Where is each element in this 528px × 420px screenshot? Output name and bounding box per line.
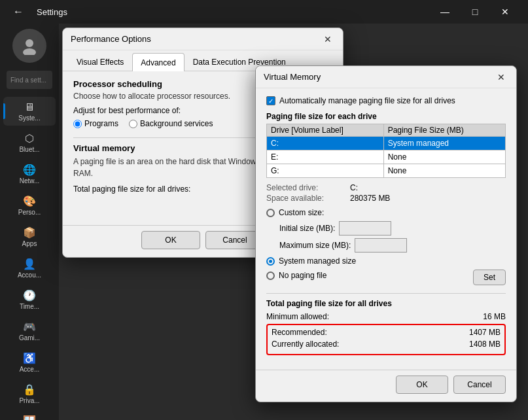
recommended-value: 1407 MB: [469, 328, 501, 337]
highlight-box: Recommended: 1407 MB Currently allocated…: [266, 324, 506, 355]
personalization-icon: 🎨: [23, 195, 36, 207]
maximum-size-row: Maximum size (MB):: [279, 238, 506, 253]
no-paging-option[interactable]: No paging file: [266, 271, 326, 280]
sidebar-label-network: Netw...: [20, 177, 40, 184]
drive-g: G:: [267, 164, 384, 178]
sidebar-label-accessibility: Acce...: [20, 366, 40, 373]
sidebar-label-gaming: Gami...: [19, 334, 40, 341]
size-c: System managed: [383, 137, 505, 150]
sidebar-label-personalization: Perso...: [18, 209, 41, 216]
size-options: Custom size: Initial size (MB): Maximum …: [266, 208, 506, 285]
drive-c: C:: [267, 137, 384, 150]
time-icon: 🕐: [23, 289, 36, 302]
sidebar-item-privacy[interactable]: 🔒 Priva...: [3, 379, 56, 408]
sidebar-item-apps[interactable]: 📦 Apps: [3, 222, 56, 251]
sidebar-item-accounts[interactable]: 👤 Accou...: [3, 254, 56, 283]
network-icon: 🌐: [23, 164, 36, 176]
sidebar-item-time[interactable]: 🕐 Time...: [3, 285, 56, 314]
apps-icon: 📦: [23, 226, 36, 239]
svg-point-1: [23, 48, 36, 55]
maximum-size-label: Maximum size (MB):: [279, 241, 351, 250]
sidebar-label-system: Syste...: [18, 114, 40, 122]
accessibility-icon: ♿: [23, 352, 36, 364]
minimum-label: Minimum allowed:: [266, 312, 329, 321]
back-button[interactable]: ←: [8, 1, 29, 22]
sidebar-item-personalization[interactable]: 🎨 Perso...: [3, 191, 56, 220]
table-row[interactable]: E: None: [267, 150, 506, 164]
sidebar-label-bluetooth: Bluet...: [19, 146, 39, 153]
sidebar-item-windows[interactable]: 🪟 Wind...: [3, 411, 56, 420]
sidebar-item-bluetooth[interactable]: ⬡ Bluet...: [3, 128, 56, 157]
sidebar-item-system[interactable]: 🖥 Syste...: [3, 97, 56, 126]
vm-dialog-body: ✓ Automatically manage paging file size …: [256, 88, 516, 364]
app-title: Settings: [37, 7, 67, 17]
perf-ok-button[interactable]: OK: [141, 231, 200, 249]
set-button[interactable]: Set: [473, 270, 506, 285]
title-bar-left: ← Settings: [8, 1, 67, 22]
auto-manage-checkbox[interactable]: ✓: [266, 96, 275, 105]
sidebar-item-gaming[interactable]: 🎮 Gami...: [3, 317, 56, 345]
space-available-label: Space available:: [266, 194, 345, 203]
selected-drive-row: Selected drive: C:: [266, 183, 506, 192]
custom-size-radio[interactable]: [266, 209, 275, 217]
system-managed-radio[interactable]: [266, 257, 275, 266]
vm-total-label: Total paging file size for all drives:: [73, 184, 190, 194]
paging-size-header: Paging File Size (MB): [383, 124, 505, 137]
bluetooth-icon: ⬡: [25, 132, 34, 145]
system-managed-label: System managed size: [279, 256, 356, 266]
sidebar: Find a sett... 🖥 Syste... ⬡ Bluet... 🌐 N…: [0, 24, 59, 420]
system-managed-option[interactable]: System managed size: [266, 256, 506, 266]
table-row[interactable]: C: System managed: [267, 137, 506, 150]
sidebar-label-time: Time...: [20, 303, 39, 310]
windows-icon: 🪟: [23, 415, 36, 420]
perf-dialog-title: Performance Options: [71, 34, 151, 44]
minimum-value: 16 MB: [483, 312, 506, 321]
drive-e: E:: [267, 150, 384, 164]
sidebar-label-apps: Apps: [22, 240, 37, 247]
auto-manage-label: Automatically manage paging file size fo…: [279, 96, 455, 105]
title-bar-controls: — □ ✕: [430, 0, 520, 24]
svg-point-0: [26, 39, 33, 47]
initial-size-label: Initial size (MB):: [279, 224, 335, 233]
bg-services-label: Background services: [140, 119, 213, 128]
space-available-value: 280375 MB: [350, 194, 390, 203]
minimize-button[interactable]: —: [430, 0, 460, 24]
tab-advanced[interactable]: Advanced: [132, 53, 184, 71]
initial-size-input[interactable]: [339, 221, 391, 236]
selected-drive-label: Selected drive:: [266, 183, 345, 192]
perf-dialog-title-bar: Performance Options ✕: [63, 28, 343, 50]
vm-dialog-close-button[interactable]: ✕: [494, 70, 508, 84]
sidebar-item-network[interactable]: 🌐 Netw...: [3, 160, 56, 188]
drives-table: Drive [Volume Label] Paging File Size (M…: [266, 124, 506, 178]
bg-services-radio[interactable]: Background services: [129, 119, 213, 128]
sidebar-label-privacy: Priva...: [19, 397, 39, 404]
initial-size-row: Initial size (MB):: [279, 221, 506, 236]
custom-size-option[interactable]: Custom size:: [266, 208, 506, 217]
search-field[interactable]: Find a sett...: [7, 71, 52, 89]
perf-dialog-close-button[interactable]: ✕: [321, 32, 335, 46]
programs-radio[interactable]: Programs: [73, 119, 118, 128]
currently-value: 1408 MB: [469, 340, 501, 349]
auto-manage-row[interactable]: ✓ Automatically manage paging file size …: [266, 96, 506, 105]
tab-visual-effects[interactable]: Visual Effects: [68, 53, 132, 71]
table-row[interactable]: G: None: [267, 164, 506, 178]
close-button[interactable]: ✕: [490, 0, 520, 24]
currently-label: Currently allocated:: [272, 340, 339, 349]
drive-header: Drive [Volume Label]: [267, 124, 384, 137]
size-e: None: [383, 150, 505, 164]
programs-label: Programs: [84, 119, 118, 128]
vm-cancel-button[interactable]: Cancel: [453, 376, 506, 394]
maximum-size-input[interactable]: [355, 238, 407, 253]
recommended-label: Recommended:: [272, 328, 327, 337]
no-paging-radio[interactable]: [266, 271, 275, 280]
vm-dialog-footer: OK Cancel: [256, 370, 516, 402]
vm-ok-button[interactable]: OK: [396, 376, 448, 394]
minimum-row: Minimum allowed: 16 MB: [266, 312, 506, 321]
settings-window: ← Settings — □ ✕ Find a sett... 🖥 Syste.…: [0, 0, 528, 420]
maximize-button[interactable]: □: [460, 0, 490, 24]
no-paging-label: No paging file: [279, 271, 326, 280]
sidebar-item-accessibility[interactable]: ♿ Acce...: [3, 348, 56, 377]
system-icon: 🖥: [24, 101, 35, 113]
gaming-icon: 🎮: [23, 321, 36, 333]
privacy-icon: 🔒: [23, 383, 36, 396]
